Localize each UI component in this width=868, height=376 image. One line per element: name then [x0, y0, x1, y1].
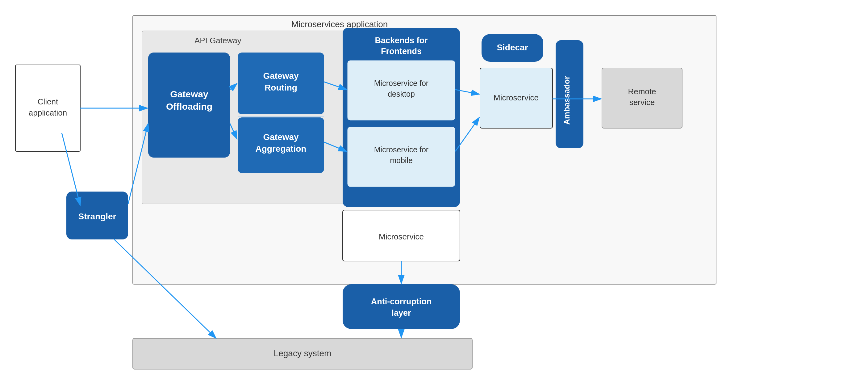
api-gateway-label: API Gateway	[194, 36, 241, 45]
backends-frontends-label-2: Frontends	[381, 47, 422, 56]
strangler-label: Strangler	[79, 212, 116, 221]
backends-frontends-label-1: Backends for	[375, 36, 428, 45]
remote-service-label-2: service	[629, 98, 655, 107]
sidecar-label: Sidecar	[497, 42, 528, 52]
microservice-lower-label: Microservice	[379, 232, 424, 241]
microservice-desktop-label-2: desktop	[388, 90, 415, 98]
microservices-app-label: Microservices application	[291, 20, 388, 29]
anti-corruption-label-2: layer	[392, 308, 411, 318]
gateway-routing-label-2: Routing	[265, 83, 297, 92]
diagram-container: Microservices application API Gateway Ga…	[0, 0, 868, 376]
legacy-system-label: Legacy system	[274, 348, 332, 358]
microservice-main-label: Microservice	[494, 93, 539, 102]
microservice-mobile-label-2: mobile	[390, 156, 413, 165]
gateway-aggregation-label-2: Aggregation	[256, 144, 307, 153]
microservice-desktop-label-1: Microservice for	[374, 79, 429, 87]
client-application-label-2: application	[29, 108, 67, 117]
anti-corruption-label-1: Anti-corruption	[371, 297, 432, 306]
client-application-label-1: Client	[38, 97, 58, 106]
ambassador-label: Ambassador	[562, 76, 571, 125]
remote-service-label-1: Remote	[628, 87, 656, 96]
anti-corruption-box	[343, 284, 460, 329]
gateway-offloading-label-2: Offloading	[166, 102, 212, 112]
gateway-aggregation-label-1: Gateway	[263, 132, 299, 142]
gateway-routing-label-1: Gateway	[263, 71, 299, 81]
microservice-mobile-label-1: Microservice for	[374, 145, 429, 154]
gateway-offloading-label-1: Gateway	[170, 89, 208, 99]
